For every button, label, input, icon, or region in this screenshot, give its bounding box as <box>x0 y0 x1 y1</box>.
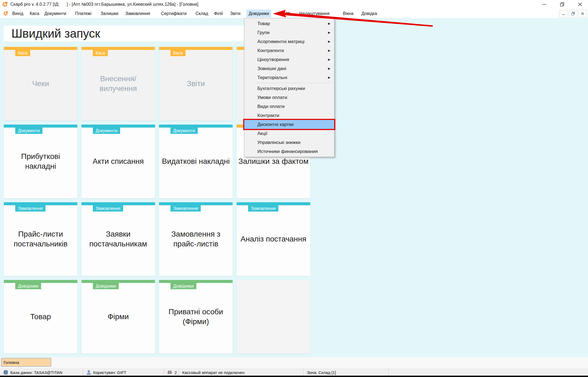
tile-category-tag: Замовлення <box>93 205 123 212</box>
user-icon <box>87 370 91 375</box>
tile-label: Внесення/вилучення <box>81 74 155 94</box>
mdi-child-icon <box>3 11 8 17</box>
menubar-item-6[interactable]: Замовлення <box>123 10 152 17</box>
tile-category-strip <box>159 202 233 205</box>
menubar-item-11[interactable]: Довідники <box>246 10 271 17</box>
dropdown-command-item[interactable]: Бухгалтерські рахунки <box>244 84 334 93</box>
tile-label: Звіти <box>186 79 206 89</box>
dropdown-submenu-item[interactable]: Контрагенти▶ <box>244 46 334 55</box>
dropdown-command-item[interactable]: Акції <box>244 129 334 138</box>
main-content: Швидкий запуск КасаЧекиКасаВнесення/вилу… <box>0 18 588 357</box>
tile-label: Замовлення з прайс-листів <box>159 229 233 249</box>
dropdown-submenu-item[interactable]: Зовнішні дані▶ <box>244 64 334 73</box>
tile-category-strip <box>4 202 77 205</box>
window-restore-button[interactable] <box>559 1 565 7</box>
tab-holovna[interactable]: Головна <box>1 358 51 367</box>
app-window: Скарб pro v. 4.0.2.77 [ІД: ] - [Апт №003… <box>0 0 588 377</box>
dropdown-submenu-item[interactable]: Групи▶ <box>244 28 334 37</box>
mdi-close-button[interactable] <box>578 10 587 17</box>
tile-label: Прайс-листи постачальників <box>4 229 77 249</box>
tile-category-strip <box>159 47 233 50</box>
tile-category-tag: Каса <box>93 50 108 56</box>
menubar-item-13[interactable]: Налаштування <box>297 10 332 17</box>
menubar-item-7[interactable]: Сертифікати <box>159 10 189 17</box>
quick-launch-tile[interactable]: ДовідникиПриватні особи (Фірми) <box>159 280 233 354</box>
status-segment: Користувач: GIFT <box>83 369 164 376</box>
tab-strip: Головна <box>0 357 588 369</box>
quick-launch-tile[interactable]: ДокументиПрибуткові накладні <box>4 125 77 198</box>
tile-label: Заявки постачальникам <box>81 229 155 249</box>
quick-launch-tile[interactable]: ДокументиВидаткові накладні <box>159 125 233 198</box>
database-icon <box>3 370 8 375</box>
tile-category-tag: Документи <box>170 128 198 134</box>
quick-launch-header: Швидкий запуск <box>4 26 244 41</box>
menubar-item-12[interactable]: eHealth <box>273 10 293 17</box>
menubar-item-4[interactable]: Платежі <box>73 10 94 17</box>
quick-launch-tile[interactable]: ЗамовленняПрайс-листи постачальників <box>4 202 77 276</box>
dropdown-command-item[interactable]: Управлінські знижки <box>244 138 334 147</box>
status-segment: Кассовый аппарат не подключен <box>179 369 304 376</box>
window-minimize-button[interactable] <box>541 1 547 7</box>
menubar-item-5[interactable]: Залишки <box>98 10 121 17</box>
dropdown-submenu-item[interactable]: Територіальні▶ <box>244 73 334 82</box>
dropdown-command-item[interactable]: Источники финансирования <box>244 147 334 156</box>
menubar-item-2[interactable]: Каса <box>28 10 41 17</box>
quick-launch-tile <box>237 280 310 354</box>
tile-category-tag: Каса <box>15 50 30 56</box>
taskbar-edge <box>0 376 588 377</box>
status-text: Кассовый аппарат не подключен <box>182 370 245 375</box>
menubar-item-1[interactable]: Вихід <box>10 10 26 17</box>
menubar-item-10[interactable]: Звіти <box>228 10 243 17</box>
tile-category-strip <box>81 280 155 283</box>
tile-category-tag: Довідники <box>15 283 41 289</box>
window-title: Скарб pro v. 4.0.2.77 [ІД: ] - [Апт №003… <box>10 0 198 9</box>
tile-category-strip <box>4 280 77 283</box>
dropdown-command-item[interactable]: Дисконтні картки <box>244 120 334 129</box>
submenu-arrow-icon: ▶ <box>328 64 330 73</box>
status-segment: 2 <box>164 369 179 376</box>
tile-category-tag: Замовлення <box>15 205 45 212</box>
quick-launch-tile[interactable]: КасаВнесення/вилучення <box>81 47 155 120</box>
submenu-arrow-icon: ▶ <box>328 19 330 28</box>
quick-launch-tile[interactable]: КасаЧеки <box>4 47 77 120</box>
tile-label: Приватні особи (Фірми) <box>159 307 233 327</box>
dropdown-submenu-item[interactable]: Асортиментні матриці▶ <box>244 37 334 46</box>
tile-label: Акти списання <box>92 156 145 166</box>
tile-label: Залишки за фактом <box>237 156 309 166</box>
quick-launch-tile[interactable]: ДовідникиФірми <box>81 280 155 354</box>
menubar-item-15[interactable]: Довідка <box>359 10 379 17</box>
tile-category-tag: Каса <box>170 50 185 56</box>
quick-launch-tile[interactable]: ДовідникиТовар <box>4 280 77 354</box>
dropdown-command-item[interactable]: Види оплати <box>244 102 334 111</box>
status-segment: База даних: TASA3@TITAN <box>0 369 83 376</box>
mdi-minimize-button[interactable] <box>559 10 568 17</box>
quick-launch-tile[interactable]: ДокументиАкти списання <box>81 125 155 198</box>
tile-label: Видаткові накладні <box>161 156 231 166</box>
mdi-restore-button[interactable] <box>569 10 577 17</box>
tile-category-strip <box>81 125 155 128</box>
submenu-arrow-icon: ▶ <box>328 73 330 82</box>
tile-category-strip <box>81 202 155 205</box>
submenu-arrow-icon: ▶ <box>328 37 330 46</box>
menubar-item-8[interactable]: Склад <box>193 10 210 17</box>
quick-launch-tile[interactable]: ЗамовленняЗаявки постачальникам <box>81 202 155 276</box>
menubar-item-3[interactable]: Документи <box>42 10 68 17</box>
status-segment: Зона: Склад [1] <box>304 369 389 376</box>
tile-label: Чеки <box>31 79 50 89</box>
dropdown-menu-dovidnyky: Товар▶Групи▶Асортиментні матриці▶Контраг… <box>244 18 334 157</box>
dropdown-command-item[interactable]: Умови оплати <box>244 93 334 102</box>
quick-launch-tile[interactable]: КасаЗвіти <box>159 47 233 120</box>
submenu-arrow-icon: ▶ <box>328 55 330 64</box>
window-close-button[interactable] <box>577 1 583 7</box>
tile-category-tag: Документи <box>15 128 42 134</box>
quick-launch-tile[interactable]: ЗамовленняЗамовлення з прайс-листів <box>159 202 233 276</box>
dropdown-submenu-item[interactable]: Ціноутворення▶ <box>244 55 334 64</box>
dropdown-command-item[interactable]: Контракти <box>244 111 334 120</box>
menubar-item-9[interactable]: Філії <box>212 10 225 17</box>
menubar-item-14[interactable]: Вікна <box>341 10 356 17</box>
dropdown-submenu-item[interactable]: Товар▶ <box>244 19 334 28</box>
quick-launch-tile[interactable]: ЗамовленняАналіз постачання <box>237 202 310 276</box>
status-text: База даних: TASA3@TITAN <box>10 370 62 375</box>
tile-label: Фірми <box>106 312 130 322</box>
title-bar: Скарб pro v. 4.0.2.77 [ІД: ] - [Апт №003… <box>0 0 588 9</box>
